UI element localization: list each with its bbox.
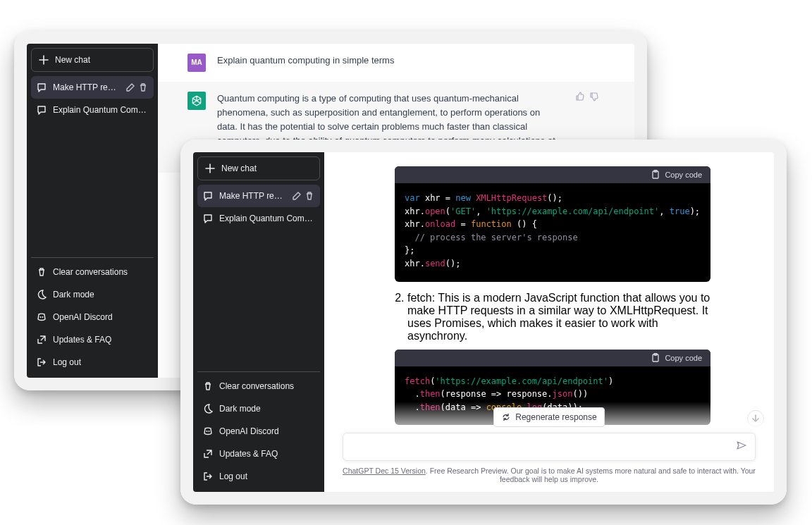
logout-button[interactable]: Log out	[31, 351, 154, 373]
clear-label: Clear conversations	[53, 267, 128, 277]
clipboard-icon	[651, 353, 660, 363]
discord-label: OpenAI Discord	[219, 426, 279, 436]
trash-icon[interactable]	[138, 82, 148, 92]
clear-label: Clear conversations	[219, 381, 294, 391]
moon-icon	[37, 290, 47, 299]
edit-icon[interactable]	[292, 191, 302, 201]
moon-icon	[203, 404, 213, 414]
user-message-text: Explain quantum computing in simple term…	[217, 54, 599, 72]
explanation-list: fetch: This is a modern JavaScript funct…	[395, 292, 710, 342]
new-chat-button[interactable]: New chat	[197, 156, 320, 180]
input-area: Regenerate response ChatGPT Dec 15 Versi…	[324, 402, 774, 492]
conversation-item-active[interactable]: Make HTTP request Ja	[31, 76, 154, 99]
assistant-avatar	[187, 92, 206, 110]
discord-icon	[37, 312, 47, 322]
new-chat-label: New chat	[55, 55, 90, 65]
sidebar: New chat Make HTTP request Ja Explain Qu…	[27, 44, 158, 378]
dark-mode-button[interactable]: Dark mode	[197, 397, 320, 420]
thumbs-up-icon[interactable]	[575, 92, 585, 101]
clipboard-icon	[651, 170, 660, 180]
send-button[interactable]	[737, 440, 746, 453]
new-chat-label: New chat	[221, 163, 257, 173]
discord-icon	[203, 426, 213, 436]
conversation-label: Explain Quantum Computing	[53, 105, 148, 115]
dark-label: Dark mode	[219, 404, 261, 414]
conversation-item[interactable]: Explain Quantum Computing	[31, 99, 154, 121]
chat-input-container[interactable]	[343, 433, 756, 461]
updates-label: Updates & FAQ	[53, 335, 111, 345]
sidebar-bottom: Clear conversations Dark mode OpenAI Dis…	[197, 371, 320, 488]
logout-icon	[203, 471, 213, 481]
external-link-icon	[203, 449, 213, 459]
chat-icon	[37, 82, 47, 92]
sidebar-bottom: Clear conversations Dark mode OpenAI Dis…	[31, 257, 154, 373]
trash-icon	[37, 267, 47, 277]
conversation-item-active[interactable]: Make HTTP request Ja	[197, 185, 320, 207]
copy-label: Copy code	[665, 171, 702, 179]
plus-icon	[39, 55, 49, 65]
footnote-text: . Free Research Preview. Our goal is to …	[426, 467, 756, 483]
version-link[interactable]: ChatGPT Dec 15 Version	[343, 467, 426, 475]
trash-icon[interactable]	[304, 191, 314, 201]
copy-code-button[interactable]: Copy code	[651, 353, 702, 363]
openai-icon	[191, 95, 202, 106]
user-avatar: MA	[187, 54, 206, 72]
code-body: var xhr = new XMLHttpRequest(); xhr.open…	[395, 183, 710, 282]
chat-icon	[203, 191, 213, 201]
discord-label: OpenAI Discord	[53, 312, 113, 322]
external-link-icon	[37, 335, 47, 345]
conversation-label: Explain Quantum Computing	[219, 214, 314, 223]
refresh-icon	[501, 412, 511, 422]
chat-main: Copy code var xhr = new XMLHttpRequest()…	[324, 152, 774, 492]
footnote: ChatGPT Dec 15 Version. Free Research Pr…	[334, 467, 764, 483]
send-icon	[737, 440, 746, 450]
conversation-label: Make HTTP request Ja	[53, 82, 119, 92]
dark-mode-button[interactable]: Dark mode	[31, 283, 154, 306]
regenerate-label: Regenerate response	[515, 412, 596, 422]
copy-label: Copy code	[665, 354, 702, 362]
copy-code-button[interactable]: Copy code	[651, 170, 702, 180]
user-message-row: MA Explain quantum computing in simple t…	[158, 44, 634, 82]
sidebar: New chat Make HTTP request Ja Explain Qu…	[193, 152, 324, 492]
updates-button[interactable]: Updates & FAQ	[31, 328, 154, 351]
clear-conversations-button[interactable]: Clear conversations	[31, 261, 154, 283]
updates-label: Updates & FAQ	[219, 449, 278, 459]
conversation-item[interactable]: Explain Quantum Computing	[197, 207, 320, 230]
chat-icon	[203, 214, 213, 223]
edit-icon[interactable]	[125, 82, 135, 92]
discord-button[interactable]: OpenAI Discord	[197, 420, 320, 443]
logout-label: Log out	[53, 357, 81, 367]
clear-conversations-button[interactable]: Clear conversations	[197, 375, 320, 397]
thumbs-down-icon[interactable]	[589, 92, 599, 101]
dark-label: Dark mode	[53, 290, 94, 299]
logout-label: Log out	[219, 471, 247, 481]
regenerate-button[interactable]: Regenerate response	[493, 407, 604, 427]
logout-button[interactable]: Log out	[197, 465, 320, 488]
chat-icon	[37, 105, 47, 115]
device-front: New chat Make HTTP request Ja Explain Qu…	[180, 140, 787, 505]
code-block: Copy code var xhr = new XMLHttpRequest()…	[395, 166, 710, 282]
list-item: fetch: This is a modern JavaScript funct…	[407, 292, 710, 342]
conversation-label: Make HTTP request Ja	[219, 191, 285, 201]
new-chat-button[interactable]: New chat	[31, 48, 154, 72]
plus-icon	[205, 163, 215, 173]
discord-button[interactable]: OpenAI Discord	[31, 306, 154, 328]
logout-icon	[37, 357, 47, 367]
updates-button[interactable]: Updates & FAQ	[197, 443, 320, 465]
trash-icon	[203, 381, 213, 391]
chat-input[interactable]	[352, 442, 737, 452]
